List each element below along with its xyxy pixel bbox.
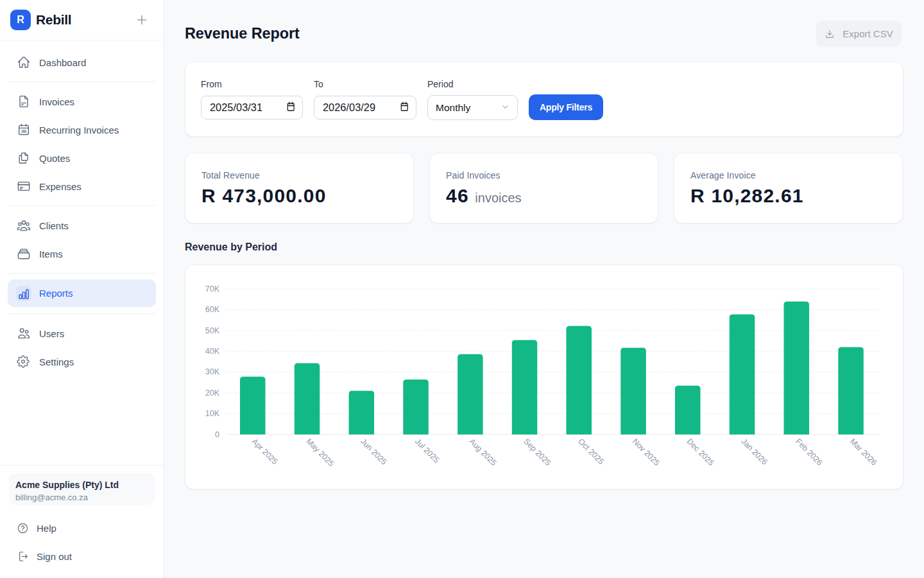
svg-text:10K: 10K (205, 409, 220, 418)
svg-text:0: 0 (215, 430, 219, 439)
svg-text:Apr 2025: Apr 2025 (250, 437, 280, 466)
svg-text:Aug 2025: Aug 2025 (468, 437, 499, 468)
svg-text:60K: 60K (205, 305, 220, 314)
svg-text:30K: 30K (205, 367, 220, 376)
svg-text:50K: 50K (205, 326, 220, 335)
svg-text:40K: 40K (205, 347, 220, 356)
svg-text:70K: 70K (205, 285, 220, 293)
svg-text:20K: 20K (205, 389, 220, 398)
svg-text:Jun 2025: Jun 2025 (359, 437, 388, 466)
svg-text:Jan 2026: Jan 2026 (739, 437, 769, 466)
svg-text:Nov 2025: Nov 2025 (631, 437, 662, 468)
svg-text:Oct 2025: Oct 2025 (576, 437, 606, 466)
svg-text:Dec 2025: Dec 2025 (685, 437, 716, 468)
svg-text:Sep 2025: Sep 2025 (522, 437, 552, 468)
svg-text:Jul 2025: Jul 2025 (413, 437, 441, 464)
svg-text:May 2025: May 2025 (304, 437, 336, 468)
svg-text:Feb 2026: Feb 2026 (794, 437, 824, 467)
svg-text:Mar 2026: Mar 2026 (848, 437, 878, 467)
